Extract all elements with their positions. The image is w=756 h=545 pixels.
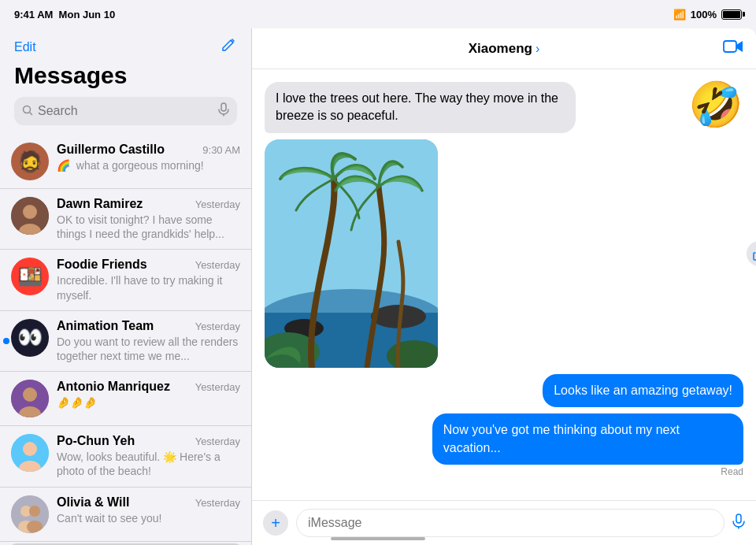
conv-content: Guillermo Castillo 9:30 AM 🌈 what a gorg… <box>57 143 240 172</box>
sidebar-top-bar: Edit <box>14 36 237 57</box>
svg-rect-1 <box>221 103 226 111</box>
search-icon <box>22 105 33 118</box>
avatar <box>11 197 49 235</box>
sidebar: Edit Messages <box>0 28 252 545</box>
mic-button[interactable] <box>732 513 745 533</box>
message-row: Looks like an amazing getaway! <box>265 374 743 407</box>
conv-preview: Do you want to review all the renders to… <box>57 335 240 363</box>
chat-chevron-icon: › <box>536 42 539 56</box>
add-button[interactable]: + <box>263 510 288 536</box>
conv-name: Guillermo Castillo <box>57 143 165 157</box>
chat-title: Xiaomeng <box>469 41 532 57</box>
svg-point-6 <box>23 387 37 402</box>
status-right: 📶 100% <box>673 9 742 20</box>
video-call-button[interactable] <box>723 39 743 59</box>
message-row: Now you've got me thinking about my next… <box>265 413 743 477</box>
photo-placeholder <box>265 139 438 368</box>
chat-area: Xiaomeng › 🤣 I love the trees out here. … <box>252 28 756 545</box>
conv-time: Yesterday <box>195 321 240 332</box>
conv-content: Po-Chun Yeh Yesterday Wow, looks beautif… <box>57 434 240 478</box>
message-input[interactable] <box>296 509 724 537</box>
conv-content: Antonio Manriquez Yesterday 🤌🤌🤌 <box>57 380 240 410</box>
home-indicator <box>331 537 425 540</box>
conv-preview: Incredible. I'll have to try making it m… <box>57 273 240 302</box>
conv-preview: OK to visit tonight? I have some things … <box>57 213 240 241</box>
mic-icon[interactable] <box>218 102 229 120</box>
chat-title-wrap[interactable]: Xiaomeng › <box>469 41 540 57</box>
conversation-list: 🧔 Guillermo Castillo 9:30 AM 🌈 what a go… <box>0 135 251 545</box>
conv-name: Foodie Friends <box>57 258 147 272</box>
list-item[interactable]: 🍱 Foodie Friends Yesterday Incredible. I… <box>0 250 251 310</box>
wifi-icon: 📶 <box>673 9 686 20</box>
conv-preview: Can't wait to see you! <box>57 511 240 525</box>
svg-rect-30 <box>736 514 741 523</box>
edit-button[interactable]: Edit <box>14 40 36 54</box>
read-label: Read <box>721 466 743 477</box>
share-button[interactable] <box>747 241 756 266</box>
conv-content: Dawn Ramirez Yesterday OK to visit tonig… <box>57 197 240 241</box>
svg-point-9 <box>23 442 37 456</box>
conv-name: Po-Chun Yeh <box>57 434 135 448</box>
message-bubble-sent: Looks like an amazing getaway! <box>543 374 743 407</box>
compose-button[interactable] <box>220 36 237 57</box>
avatar: 👀 <box>11 319 49 357</box>
search-bar[interactable] <box>14 97 237 125</box>
photo-message[interactable] <box>265 139 438 368</box>
svg-point-0 <box>24 106 31 113</box>
svg-point-3 <box>23 205 37 219</box>
list-item[interactable]: Po-Chun Yeh Yesterday Wow, looks beautif… <box>0 426 251 487</box>
message-row: I love the trees out here. The way they … <box>265 82 743 133</box>
search-input[interactable] <box>38 104 213 118</box>
chat-header: Xiaomeng › <box>252 28 756 69</box>
conv-content: Foodie Friends Yesterday Incredible. I'l… <box>57 258 240 302</box>
conv-name: Antonio Manriquez <box>57 380 170 394</box>
battery-label: 100% <box>691 9 717 20</box>
list-item[interactable]: Olivia & Will Yesterday Can't wait to se… <box>0 488 251 542</box>
conv-time: 9:30 AM <box>202 144 240 156</box>
avatar: 🍱 <box>11 258 49 295</box>
status-time: 9:41 AM Mon Jun 10 <box>14 9 115 20</box>
messages-area: 🤣 I love the trees out here. The way the… <box>252 69 756 500</box>
conv-content: Olivia & Will Yesterday Can't wait to se… <box>57 495 240 525</box>
conv-preview: 🤌🤌🤌 <box>57 395 240 410</box>
sidebar-header: Edit Messages <box>0 28 251 135</box>
conv-time: Yesterday <box>195 198 240 210</box>
conv-time: Yesterday <box>195 259 240 271</box>
avatar <box>11 434 49 472</box>
conv-preview: 🌈 what a gorgeous morning! <box>57 158 240 172</box>
message-bubble-received: I love the trees out here. The way they … <box>265 82 576 133</box>
conv-content: Animation Team Yesterday Do you want to … <box>57 319 240 363</box>
conv-name: Animation Team <box>57 319 154 333</box>
conv-time: Yesterday <box>195 497 240 509</box>
avatar <box>11 380 49 417</box>
list-item[interactable]: 🧔 Guillermo Castillo 9:30 AM 🌈 what a go… <box>0 135 251 189</box>
svg-point-15 <box>27 521 43 533</box>
svg-rect-22 <box>724 41 736 52</box>
conv-time: Yesterday <box>195 381 240 393</box>
status-bar: 9:41 AM Mon Jun 10 📶 100% <box>0 0 756 28</box>
list-item[interactable]: Dawn Ramirez Yesterday OK to visit tonig… <box>0 189 251 250</box>
emoji-reaction: 🤣 <box>688 79 743 131</box>
battery-icon <box>721 9 742 20</box>
app-container: Edit Messages <box>0 28 756 545</box>
message-bubble-sent: Now you've got me thinking about my next… <box>432 413 743 465</box>
messages-title: Messages <box>14 62 237 89</box>
input-area: + <box>252 500 756 545</box>
list-item[interactable]: Antonio Manriquez Yesterday 🤌🤌🤌 <box>0 372 251 426</box>
avatar: 🧔 <box>11 143 49 180</box>
conv-name: Olivia & Will <box>57 495 129 510</box>
message-row <box>265 139 743 368</box>
conv-name: Dawn Ramirez <box>57 197 143 211</box>
conv-preview: Wow, looks beautiful. 🌟 Here's a photo o… <box>57 450 240 478</box>
list-item[interactable]: 👀 Animation Team Yesterday Do you want t… <box>0 311 251 372</box>
avatar <box>11 495 49 533</box>
conv-time: Yesterday <box>195 436 240 447</box>
svg-point-13 <box>29 506 40 517</box>
